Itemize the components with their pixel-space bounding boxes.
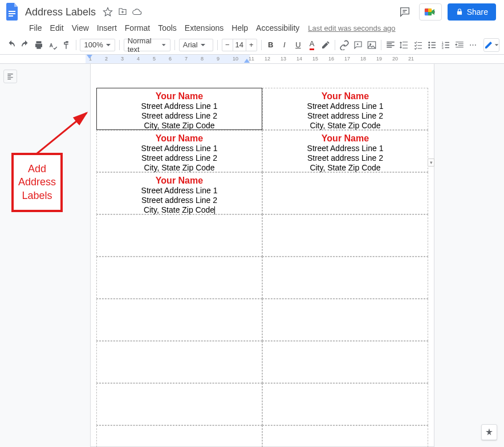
- menu-format[interactable]: Format: [121, 22, 154, 34]
- insert-image-button[interactable]: [365, 38, 378, 52]
- label-line: City, State Zip Code: [97, 205, 262, 215]
- comment-history-icon[interactable]: [397, 5, 412, 19]
- ruler-tick: 3: [121, 56, 124, 62]
- editing-mode-button[interactable]: [483, 38, 499, 52]
- more-toolbar-button[interactable]: ⋯: [467, 38, 479, 52]
- font-size-value[interactable]: 14: [233, 39, 246, 51]
- ruler-tick: 13: [281, 56, 286, 62]
- label-name: Your Name: [97, 91, 262, 101]
- label-cell[interactable]: Your NameStreet Address Line 1Street add…: [96, 130, 262, 172]
- indent-decrease-button[interactable]: [453, 38, 466, 52]
- font-size-minus[interactable]: −: [222, 40, 233, 49]
- label-cell[interactable]: [96, 214, 262, 257]
- bold-button[interactable]: B: [265, 38, 277, 52]
- insert-link-button[interactable]: [338, 38, 351, 52]
- font-dropdown[interactable]: Arial: [179, 39, 213, 51]
- print-button[interactable]: [32, 38, 45, 52]
- svg-point-9: [370, 43, 372, 45]
- label-cell[interactable]: [96, 341, 262, 383]
- ruler-tick: 9: [217, 56, 220, 62]
- menu-tools[interactable]: Tools: [154, 22, 181, 34]
- svg-rect-4: [425, 9, 428, 12]
- share-button[interactable]: Share: [448, 3, 496, 21]
- label-cell[interactable]: [96, 425, 262, 447]
- svg-point-11: [428, 44, 430, 46]
- label-cell[interactable]: [262, 257, 428, 299]
- ruler-tick: 17: [344, 56, 350, 62]
- docs-logo[interactable]: [5, 2, 21, 22]
- label-line: Street Address Line 1: [97, 186, 262, 196]
- numbered-list-button[interactable]: 123: [440, 38, 452, 52]
- style-dropdown[interactable]: Normal text: [124, 39, 170, 51]
- label-name: Your Name: [97, 133, 262, 144]
- label-line: City, State Zip Code: [263, 121, 428, 131]
- undo-button[interactable]: [5, 38, 18, 52]
- label-cell[interactable]: [262, 425, 428, 447]
- document-title[interactable]: Address Labels: [25, 6, 96, 18]
- label-cell[interactable]: Your NameStreet Address Line 1Street add…: [262, 130, 428, 172]
- menu-extensions[interactable]: Extensions: [181, 22, 227, 34]
- zoom-dropdown[interactable]: 100%: [80, 39, 115, 51]
- label-cell[interactable]: [262, 214, 428, 257]
- ruler-tick: 16: [328, 56, 334, 62]
- label-line: Street Address Line 1: [97, 144, 262, 153]
- share-button-label: Share: [467, 7, 488, 17]
- label-cell[interactable]: Your NameStreet Address Line 1Street add…: [262, 88, 428, 130]
- ruler-tick: 18: [360, 56, 366, 62]
- text-color-button[interactable]: A: [306, 38, 318, 52]
- font-size-control[interactable]: − 14 +: [222, 39, 257, 51]
- label-cell[interactable]: [262, 299, 428, 341]
- label-cell[interactable]: [96, 383, 262, 425]
- menu-file[interactable]: File: [25, 22, 46, 34]
- explore-button[interactable]: [481, 424, 497, 440]
- label-cell[interactable]: Your NameStreet Address Line 1Street add…: [96, 88, 262, 130]
- checklist-button[interactable]: [412, 38, 425, 52]
- table-handle-icon[interactable]: ▾: [428, 159, 434, 166]
- spellcheck-button[interactable]: [46, 38, 59, 52]
- align-button[interactable]: [384, 38, 397, 52]
- bullet-list-button[interactable]: [426, 38, 438, 52]
- label-cell[interactable]: [262, 383, 428, 425]
- font-size-plus[interactable]: +: [246, 40, 257, 49]
- label-line: City, State Zip Code: [97, 121, 262, 131]
- label-name: Your Name: [263, 91, 428, 101]
- menu-help[interactable]: Help: [227, 22, 252, 34]
- italic-button[interactable]: I: [278, 38, 291, 52]
- ruler-tick: 8: [201, 56, 204, 62]
- paint-format-button[interactable]: [60, 38, 72, 52]
- ruler-tick: 7: [185, 56, 188, 62]
- outline-toggle-button[interactable]: [3, 70, 17, 83]
- ruler-tick: 2: [105, 56, 108, 62]
- menu-accessibility[interactable]: Accessibility: [252, 22, 303, 34]
- cloud-status-icon[interactable]: [132, 6, 143, 18]
- label-cell[interactable]: [262, 341, 428, 383]
- menu-edit[interactable]: Edit: [46, 22, 68, 34]
- svg-rect-6: [425, 12, 428, 15]
- underline-button[interactable]: U: [292, 38, 304, 52]
- label-cell[interactable]: [96, 299, 262, 341]
- svg-rect-1: [9, 13, 15, 14]
- ruler-tick: 6: [169, 56, 172, 62]
- move-icon[interactable]: [117, 6, 128, 18]
- label-cell[interactable]: [262, 172, 428, 214]
- label-cell[interactable]: [96, 257, 262, 299]
- label-cell[interactable]: Your NameStreet Address Line 1Street add…: [96, 172, 262, 214]
- highlight-button[interactable]: [319, 38, 332, 52]
- menu-insert[interactable]: Insert: [93, 22, 121, 34]
- line-spacing-button[interactable]: [398, 38, 410, 52]
- ruler-tick: 21: [408, 56, 414, 62]
- label-line: Street Address Line 1: [263, 101, 428, 111]
- meet-button[interactable]: [419, 3, 442, 21]
- svg-rect-2: [9, 15, 13, 17]
- svg-text:3: 3: [441, 46, 444, 49]
- add-comment-button[interactable]: [352, 38, 364, 52]
- redo-button[interactable]: [19, 38, 31, 52]
- ruler-tick: 5: [153, 56, 156, 62]
- last-edit-link[interactable]: Last edit was seconds ago: [308, 24, 395, 32]
- horizontal-ruler[interactable]: 123456789101112131415161718192021: [0, 55, 504, 64]
- star-icon[interactable]: [102, 6, 113, 18]
- ruler-tick: 12: [265, 56, 270, 62]
- menu-view[interactable]: View: [68, 22, 93, 34]
- document-page[interactable]: Your NameStreet Address Line 1Street add…: [90, 64, 434, 447]
- label-line: Street Address Line 1: [263, 144, 428, 153]
